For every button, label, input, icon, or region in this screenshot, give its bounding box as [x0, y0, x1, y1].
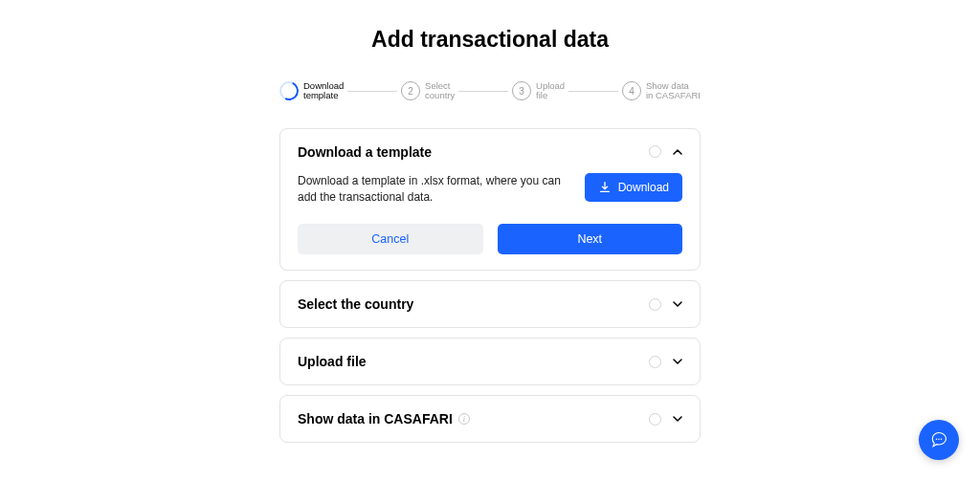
download-button[interactable]: Download: [585, 173, 682, 202]
panel-upload-file: Upload file: [279, 338, 701, 385]
radio-indicator-icon: [649, 298, 661, 311]
radio-indicator-icon: [649, 413, 661, 426]
step-download: Download template: [279, 81, 344, 101]
info-icon[interactable]: i: [458, 413, 470, 425]
panel-show-data: Show data in CASAFARI i: [279, 395, 701, 443]
step-number-icon: 3: [512, 81, 531, 100]
chevron-down-icon: [673, 357, 682, 366]
step-upload: 3 Upload file: [512, 81, 565, 101]
step-divider: [458, 91, 508, 92]
panel-header-show[interactable]: Show data in CASAFARI i: [298, 411, 682, 426]
chat-icon: [929, 430, 948, 449]
progress-spinner-icon: [279, 81, 299, 100]
panel-title: Download a template: [298, 144, 432, 160]
panel-download-template: Download a template Download a template …: [279, 128, 701, 272]
chevron-up-icon: [673, 147, 682, 157]
chevron-down-icon: [673, 299, 682, 309]
step-country: 2 Select country: [401, 81, 455, 101]
step-show: 4 Show data in CASAFARI: [622, 81, 701, 101]
panel-header-country[interactable]: Select the country: [298, 296, 682, 312]
step-number-icon: 4: [622, 81, 641, 100]
svg-point-2: [941, 438, 943, 440]
svg-point-1: [938, 438, 940, 440]
step-label: Show data in CASAFARI: [646, 81, 701, 101]
panel-select-country: Select the country: [279, 280, 701, 328]
panel-description: Download a template in .xlsx format, whe…: [298, 173, 569, 206]
chevron-down-icon: [673, 414, 682, 424]
step-label: Upload file: [536, 81, 565, 101]
panel-title: Select the country: [298, 296, 413, 312]
radio-indicator-icon: [649, 145, 661, 158]
step-number-icon: 2: [401, 81, 420, 100]
chat-fab-button[interactable]: [919, 420, 959, 460]
download-icon: [598, 181, 612, 194]
next-button[interactable]: Next: [498, 224, 683, 254]
step-divider: [347, 91, 397, 92]
panel-header-download[interactable]: Download a template: [298, 144, 682, 160]
stepper: Download template 2 Select country 3 Upl…: [279, 81, 701, 101]
panel-title: Show data in CASAFARI i: [298, 411, 470, 426]
svg-point-0: [936, 438, 938, 440]
radio-indicator-icon: [649, 356, 661, 368]
panel-header-upload[interactable]: Upload file: [298, 354, 682, 369]
cancel-button[interactable]: Cancel: [298, 224, 483, 254]
step-divider: [568, 91, 618, 92]
step-label: Download template: [303, 81, 344, 101]
step-label: Select country: [425, 81, 455, 101]
page-title: Add transactional data: [279, 27, 701, 53]
panel-title: Upload file: [298, 354, 367, 369]
